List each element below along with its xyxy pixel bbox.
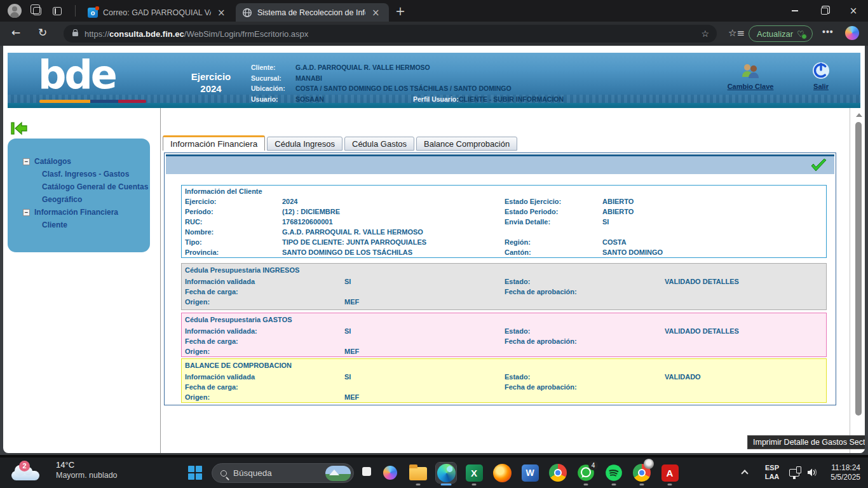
cedula-gastos-panel: Cédula Presupuestaria GASTOS Información…	[181, 313, 827, 357]
collapse-icon[interactable]: −	[23, 158, 30, 165]
field-label: Información validada	[185, 278, 255, 285]
search-box[interactable]: Búsqueda	[212, 463, 354, 483]
bookmark-star-icon[interactable]: ☆	[701, 29, 709, 39]
tree-item-catalogo-general-cuentas[interactable]: Catálogo General de Cuentas	[8, 180, 150, 193]
scroll-up-arrow[interactable]	[856, 113, 862, 117]
field-label: Información validada:	[185, 327, 257, 335]
salir-link[interactable]: Salir	[803, 62, 839, 90]
cliente-value: G.A.D. PARROQUIAL R. VALLE HERMOSO	[295, 64, 430, 71]
close-icon[interactable]: ×	[216, 7, 227, 18]
back-icon[interactable]: ←	[11, 26, 20, 39]
cambio-clave-link[interactable]: Cambio Clave	[720, 63, 781, 90]
collapse-icon[interactable]: −	[23, 209, 30, 216]
sucursal-label: Sucursal:	[251, 74, 295, 82]
browser-tab-correo[interactable]: o Correo: GAD PARROQUIAL VALLE ×	[81, 3, 234, 22]
workspaces-icon[interactable]	[33, 7, 41, 15]
field-value: VALIDADO	[665, 373, 701, 381]
tray-chevron-icon[interactable]	[741, 470, 748, 477]
tab-actions-icon[interactable]	[53, 7, 62, 15]
logo-underline	[39, 100, 146, 103]
tab-balance-comprobacion[interactable]: Balance Comprobación	[416, 137, 517, 151]
field-label: Origen:	[185, 348, 210, 355]
close-icon[interactable]: ×	[370, 7, 381, 18]
edge-icon[interactable]	[436, 463, 456, 483]
field-label: Provincia:	[185, 248, 219, 256]
profile-avatar[interactable]	[8, 4, 22, 18]
favorites-icon[interactable]: ☆≡	[728, 27, 745, 39]
ubicacion-label: Ubicación:	[251, 85, 295, 92]
taskbar: 2 14°C Mayorm. nublado Búsqueda X W	[0, 458, 868, 488]
panel-title: Cédula Presupuestaria GASTOS	[185, 316, 292, 323]
tab-informacion-financiera[interactable]: Información Financiera	[163, 135, 265, 151]
field-value: ABIERTO	[602, 208, 634, 215]
actualizar-button[interactable]: Actualizar ♡	[749, 25, 813, 42]
client-summary: Cliente: G.A.D. PARROQUIAL R. VALLE HERM…	[251, 62, 564, 104]
search-highlight-image[interactable]	[325, 466, 351, 481]
field-value: MEF	[344, 348, 359, 355]
whatsapp-icon[interactable]: 4	[576, 463, 596, 483]
field-label: Región:	[505, 238, 531, 246]
ubicacion-value: COSTA / SANTO DOMINGO DE LOS TSÁCHILAS /…	[295, 85, 512, 92]
tree-item-cliente[interactable]: Cliente	[8, 219, 150, 231]
firefox-icon[interactable]	[492, 463, 512, 483]
cloud-icon	[11, 471, 39, 480]
field-label: Período:	[185, 208, 214, 215]
tree-node-informacion-financiera[interactable]: − Información Financiera	[8, 206, 150, 219]
spotify-icon[interactable]	[604, 463, 624, 483]
profile-overlay-icon	[644, 459, 654, 469]
copilot-icon[interactable]	[845, 26, 859, 40]
cedula-ingresos-panel: Cédula Presupuestaria INGRESOS Informaci…	[181, 263, 827, 310]
perfil-value: CLIENTE - SUBIR INFORMACION	[459, 95, 564, 103]
address-bar[interactable]: https://consulta.bde.fin.ec/WebSim/Login…	[64, 25, 717, 43]
field-label: Origen:	[185, 393, 210, 401]
field-value: 1768120600001	[282, 218, 333, 226]
field-label: Fecha de carga:	[185, 383, 238, 391]
divider	[850, 108, 850, 453]
excel-icon[interactable]: X	[464, 463, 484, 483]
refresh-icon[interactable]: ↻	[38, 26, 47, 39]
start-button[interactable]	[188, 466, 202, 480]
menu-dots-icon[interactable]: •••	[822, 27, 834, 37]
field-value: G.A.D. PARROQUIAL R. VALLE HERMOSO	[282, 228, 423, 236]
page-scrollbar[interactable]	[853, 108, 865, 453]
tree-item-geografico[interactable]: Geográfico	[8, 193, 150, 206]
chrome-icon[interactable]	[548, 463, 568, 483]
field-label: Estado:	[505, 373, 530, 381]
sucursal-value: MANABI	[295, 74, 322, 82]
tab-cedula-gastos[interactable]: Cédula Gastos	[344, 137, 414, 151]
network-icon[interactable]	[789, 469, 799, 477]
field-value: VALIDADO DETALLES	[665, 327, 739, 335]
chrome-profile-icon[interactable]	[632, 463, 652, 483]
usuario-value: SOSAAN	[295, 95, 413, 103]
collapse-menu-arrow-icon[interactable]	[10, 121, 28, 136]
file-explorer-icon[interactable]	[408, 463, 428, 483]
panel-title: BALANCE DE COMPROBACION	[185, 362, 292, 369]
scrollbar-thumb[interactable]	[855, 122, 862, 416]
tab-title: Sistema de Recoleccion de Inform	[257, 8, 365, 17]
weather-widget[interactable]: 2 14°C Mayorm. nublado	[11, 460, 118, 480]
word-icon[interactable]: W	[520, 463, 540, 483]
minimize-button[interactable]	[780, 0, 810, 22]
field-label: Estado:	[505, 327, 530, 335]
restore-button[interactable]	[810, 0, 839, 22]
close-window-button[interactable]: ×	[839, 0, 868, 22]
volume-icon[interactable]	[807, 468, 818, 477]
tree-node-catalogos[interactable]: − Catálogos	[8, 155, 150, 168]
tab-cedula-ingresos[interactable]: Cédula Ingresos	[267, 137, 342, 151]
acrobat-icon[interactable]: A	[660, 463, 680, 483]
divider	[160, 108, 161, 453]
tree-item-clasf-ingresos-gastos[interactable]: Clasf. Ingresos - Gastos	[8, 168, 150, 180]
copilot-taskbar-icon[interactable]	[380, 463, 400, 483]
web-page: bde Ejercicio 2024 Cliente: G.A.D. PARRO…	[3, 46, 865, 453]
task-view-button[interactable]	[362, 467, 371, 476]
search-label: Búsqueda	[233, 468, 272, 478]
language-indicator[interactable]: ESP LAA	[763, 463, 782, 481]
browser-toolbar: ← ↻ https://consulta.bde.fin.ec/WebSim/L…	[0, 22, 868, 46]
new-tab-button[interactable]: +	[395, 4, 405, 18]
tray-date: 5/5/2025	[831, 473, 860, 482]
clock[interactable]: 11:18:24 5/5/2025	[831, 463, 860, 482]
url-domain: consulta.bde.fin.ec	[109, 29, 184, 39]
browser-tab-sistema[interactable]: Sistema de Recoleccion de Inform ×	[236, 3, 389, 22]
field-label: Fecha de aprobación:	[505, 337, 577, 345]
green-check-icon[interactable]	[809, 158, 828, 174]
